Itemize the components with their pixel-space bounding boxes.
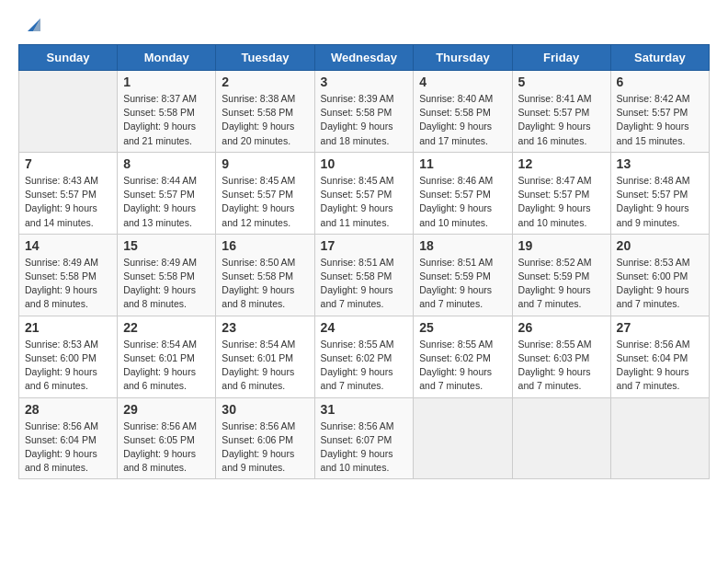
calendar-cell: 17Sunrise: 8:51 AM Sunset: 5:58 PM Dayli…: [314, 234, 414, 316]
day-number: 22: [123, 320, 210, 335]
calendar-cell: 22Sunrise: 8:54 AM Sunset: 6:01 PM Dayli…: [118, 316, 216, 397]
calendar-cell: 30Sunrise: 8:56 AM Sunset: 6:06 PM Dayli…: [216, 397, 314, 479]
calendar-cell: 1Sunrise: 8:37 AM Sunset: 5:58 PM Daylig…: [118, 71, 216, 153]
day-number: 9: [222, 156, 308, 171]
day-info: Sunrise: 8:56 AM Sunset: 6:07 PM Dayligh…: [321, 419, 408, 476]
calendar-cell: 26Sunrise: 8:55 AM Sunset: 6:03 PM Dayli…: [512, 316, 610, 397]
day-info: Sunrise: 8:43 AM Sunset: 5:57 PM Dayligh…: [25, 174, 111, 230]
calendar-cell: 27Sunrise: 8:56 AM Sunset: 6:04 PM Dayli…: [610, 316, 709, 397]
day-number: 1: [123, 75, 210, 89]
day-number: 21: [25, 320, 111, 335]
day-info: Sunrise: 8:39 AM Sunset: 5:58 PM Dayligh…: [321, 92, 408, 148]
day-info: Sunrise: 8:40 AM Sunset: 5:58 PM Dayligh…: [419, 92, 506, 148]
day-info: Sunrise: 8:47 AM Sunset: 5:57 PM Dayligh…: [518, 174, 605, 230]
calendar-week-row: 14Sunrise: 8:49 AM Sunset: 5:58 PM Dayli…: [19, 234, 710, 316]
header-tuesday: Tuesday: [216, 45, 314, 71]
calendar-cell: 16Sunrise: 8:50 AM Sunset: 5:58 PM Dayli…: [216, 234, 314, 316]
day-info: Sunrise: 8:51 AM Sunset: 5:59 PM Dayligh…: [419, 256, 506, 312]
day-info: Sunrise: 8:50 AM Sunset: 5:58 PM Dayligh…: [222, 256, 308, 312]
day-info: Sunrise: 8:51 AM Sunset: 5:58 PM Dayligh…: [321, 256, 408, 312]
day-info: Sunrise: 8:37 AM Sunset: 5:58 PM Dayligh…: [123, 92, 210, 148]
day-info: Sunrise: 8:45 AM Sunset: 5:57 PM Dayligh…: [321, 174, 408, 230]
day-number: 24: [321, 320, 408, 335]
calendar-cell: 31Sunrise: 8:56 AM Sunset: 6:07 PM Dayli…: [314, 397, 414, 479]
day-info: Sunrise: 8:54 AM Sunset: 6:01 PM Dayligh…: [222, 338, 308, 394]
calendar-cell: 25Sunrise: 8:55 AM Sunset: 6:02 PM Dayli…: [414, 316, 512, 397]
day-number: 25: [419, 320, 506, 335]
calendar-cell: 7Sunrise: 8:43 AM Sunset: 5:57 PM Daylig…: [19, 152, 118, 234]
logo-bird-icon: [20, 15, 40, 35]
calendar-cell: [414, 397, 512, 479]
calendar-cell: 4Sunrise: 8:40 AM Sunset: 5:58 PM Daylig…: [414, 71, 512, 153]
calendar-cell: 28Sunrise: 8:56 AM Sunset: 6:04 PM Dayli…: [19, 397, 118, 479]
day-number: 15: [123, 238, 210, 253]
day-info: Sunrise: 8:54 AM Sunset: 6:01 PM Dayligh…: [123, 338, 210, 394]
day-number: 29: [123, 402, 210, 417]
calendar-cell: 15Sunrise: 8:49 AM Sunset: 5:58 PM Dayli…: [118, 234, 216, 316]
calendar-week-row: 7Sunrise: 8:43 AM Sunset: 5:57 PM Daylig…: [19, 152, 710, 234]
calendar-week-row: 1Sunrise: 8:37 AM Sunset: 5:58 PM Daylig…: [19, 71, 710, 153]
day-number: 14: [25, 238, 111, 253]
day-info: Sunrise: 8:55 AM Sunset: 6:02 PM Dayligh…: [321, 338, 408, 394]
calendar-cell: 8Sunrise: 8:44 AM Sunset: 5:57 PM Daylig…: [118, 152, 216, 234]
day-number: 16: [222, 238, 308, 253]
calendar-cell: 19Sunrise: 8:52 AM Sunset: 5:59 PM Dayli…: [512, 234, 610, 316]
day-info: Sunrise: 8:49 AM Sunset: 5:58 PM Dayligh…: [123, 256, 210, 312]
day-number: 2: [222, 75, 308, 89]
day-info: Sunrise: 8:41 AM Sunset: 5:57 PM Dayligh…: [518, 92, 605, 148]
calendar-cell: [512, 397, 610, 479]
day-number: 28: [25, 402, 111, 417]
day-info: Sunrise: 8:56 AM Sunset: 6:05 PM Dayligh…: [123, 419, 210, 476]
day-number: 31: [321, 402, 408, 417]
day-info: Sunrise: 8:55 AM Sunset: 6:03 PM Dayligh…: [518, 338, 605, 394]
header-friday: Friday: [512, 45, 610, 71]
day-number: 26: [518, 320, 605, 335]
day-number: 8: [123, 156, 210, 171]
day-number: 4: [419, 75, 506, 89]
calendar-cell: 14Sunrise: 8:49 AM Sunset: 5:58 PM Dayli…: [19, 234, 118, 316]
calendar-cell: 10Sunrise: 8:45 AM Sunset: 5:57 PM Dayli…: [314, 152, 414, 234]
day-number: 11: [419, 156, 506, 171]
day-number: 23: [222, 320, 308, 335]
day-info: Sunrise: 8:53 AM Sunset: 6:00 PM Dayligh…: [25, 338, 111, 394]
calendar-cell: 29Sunrise: 8:56 AM Sunset: 6:05 PM Dayli…: [118, 397, 216, 479]
day-info: Sunrise: 8:42 AM Sunset: 5:57 PM Dayligh…: [617, 92, 703, 148]
calendar-cell: [610, 397, 709, 479]
day-number: 7: [25, 156, 111, 171]
day-info: Sunrise: 8:49 AM Sunset: 5:58 PM Dayligh…: [25, 256, 111, 312]
page-header: [18, 18, 710, 35]
day-number: 10: [321, 156, 408, 171]
day-number: 20: [617, 238, 703, 253]
calendar-cell: 3Sunrise: 8:39 AM Sunset: 5:58 PM Daylig…: [314, 71, 414, 153]
calendar-cell: 18Sunrise: 8:51 AM Sunset: 5:59 PM Dayli…: [414, 234, 512, 316]
header-thursday: Thursday: [414, 45, 512, 71]
calendar-cell: 9Sunrise: 8:45 AM Sunset: 5:57 PM Daylig…: [216, 152, 314, 234]
day-number: 6: [617, 75, 703, 89]
calendar-table: SundayMondayTuesdayWednesdayThursdayFrid…: [18, 44, 710, 479]
calendar-header-row: SundayMondayTuesdayWednesdayThursdayFrid…: [19, 45, 710, 71]
calendar-cell: 21Sunrise: 8:53 AM Sunset: 6:00 PM Dayli…: [19, 316, 118, 397]
calendar-week-row: 28Sunrise: 8:56 AM Sunset: 6:04 PM Dayli…: [19, 397, 710, 479]
day-number: 17: [321, 238, 408, 253]
day-info: Sunrise: 8:56 AM Sunset: 6:06 PM Dayligh…: [222, 419, 308, 476]
calendar-cell: 23Sunrise: 8:54 AM Sunset: 6:01 PM Dayli…: [216, 316, 314, 397]
logo: [18, 18, 40, 35]
day-info: Sunrise: 8:48 AM Sunset: 5:57 PM Dayligh…: [617, 174, 703, 230]
day-number: 3: [321, 75, 408, 89]
day-number: 27: [617, 320, 703, 335]
day-info: Sunrise: 8:46 AM Sunset: 5:57 PM Dayligh…: [419, 174, 506, 230]
day-number: 30: [222, 402, 308, 417]
header-wednesday: Wednesday: [314, 45, 414, 71]
calendar-cell: 13Sunrise: 8:48 AM Sunset: 5:57 PM Dayli…: [610, 152, 709, 234]
day-number: 19: [518, 238, 605, 253]
day-info: Sunrise: 8:45 AM Sunset: 5:57 PM Dayligh…: [222, 174, 308, 230]
day-info: Sunrise: 8:44 AM Sunset: 5:57 PM Dayligh…: [123, 174, 210, 230]
calendar-cell: 12Sunrise: 8:47 AM Sunset: 5:57 PM Dayli…: [512, 152, 610, 234]
calendar-cell: 20Sunrise: 8:53 AM Sunset: 6:00 PM Dayli…: [610, 234, 709, 316]
day-number: 18: [419, 238, 506, 253]
day-info: Sunrise: 8:53 AM Sunset: 6:00 PM Dayligh…: [617, 256, 703, 312]
header-monday: Monday: [118, 45, 216, 71]
day-number: 13: [617, 156, 703, 171]
day-info: Sunrise: 8:56 AM Sunset: 6:04 PM Dayligh…: [617, 338, 703, 394]
calendar-week-row: 21Sunrise: 8:53 AM Sunset: 6:00 PM Dayli…: [19, 316, 710, 397]
